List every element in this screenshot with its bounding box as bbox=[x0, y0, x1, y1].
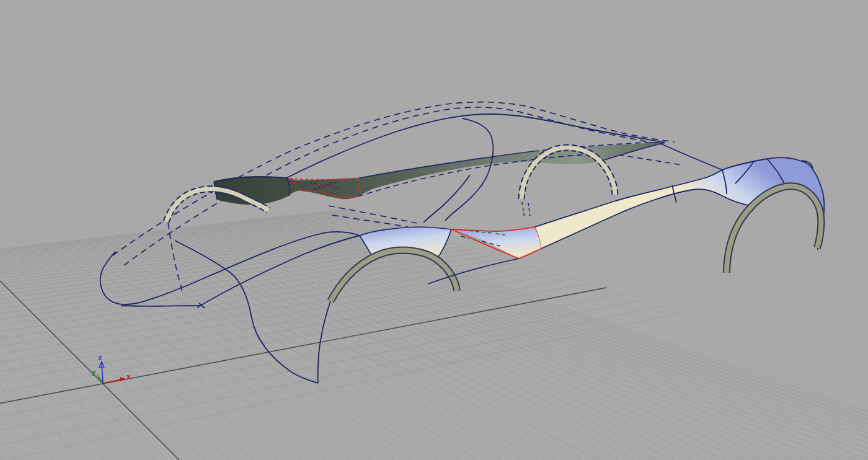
front-far-arch-leg-dash-1[interactable] bbox=[522, 202, 525, 218]
dark-surface-fill[interactable] bbox=[214, 143, 665, 205]
x-axis-label: x bbox=[126, 373, 131, 381]
grid-line bbox=[0, 195, 205, 460]
y-axis-label: y bbox=[92, 368, 96, 376]
grid-line bbox=[0, 195, 104, 460]
x-axis-line bbox=[103, 379, 122, 383]
grid-line bbox=[144, 195, 777, 460]
front-far-arch-leg-dash-2[interactable] bbox=[528, 203, 530, 216]
grid-line bbox=[0, 195, 348, 460]
cplane-y-axis-line bbox=[0, 281, 179, 460]
cad-viewport[interactable]: z y x bbox=[0, 0, 868, 460]
windshield-edge-inner[interactable] bbox=[423, 175, 470, 223]
upper-dark-surface[interactable] bbox=[214, 143, 665, 205]
z-axis-label: z bbox=[98, 353, 102, 361]
dashed-construction-curves[interactable] bbox=[113, 102, 675, 295]
beltline-fender-fill[interactable] bbox=[535, 157, 824, 250]
front-fender-assembly[interactable] bbox=[535, 157, 824, 273]
x-axis-arrow-icon bbox=[120, 377, 126, 381]
grid-line bbox=[0, 254, 868, 430]
hood-line-solid[interactable] bbox=[661, 144, 722, 170]
viewport-canvas[interactable]: z y x bbox=[0, 0, 868, 460]
rear-near-arch-band[interactable] bbox=[330, 250, 457, 301]
z-axis-line bbox=[102, 363, 103, 383]
rear-near-arch[interactable] bbox=[330, 250, 457, 301]
hood-line-dashed[interactable] bbox=[619, 155, 682, 165]
